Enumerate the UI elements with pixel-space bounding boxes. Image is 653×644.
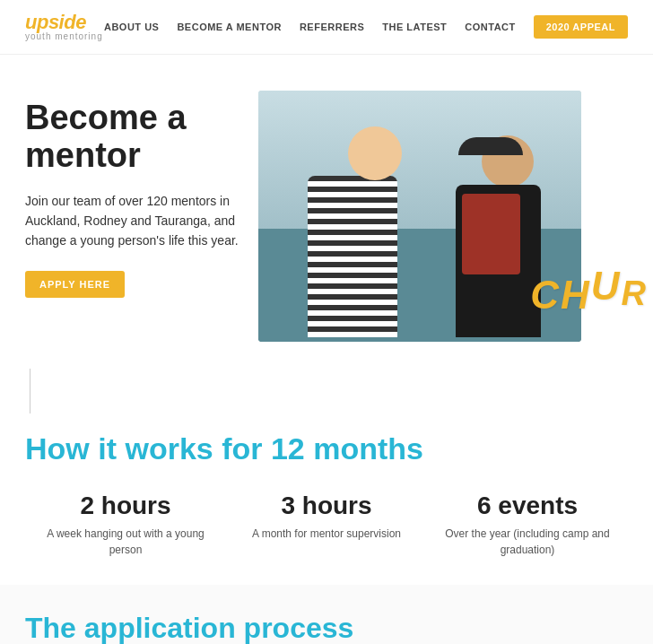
chur-h: H	[561, 275, 589, 315]
nav-become-mentor[interactable]: BECOME A MENTOR	[177, 22, 282, 32]
how-grid: 2 hours A week hanging out with a young …	[25, 492, 628, 558]
logo-subtitle: youth mentoring	[25, 32, 103, 41]
how-desc-1: A week hanging out with a young person	[34, 526, 217, 558]
nav-the-latest[interactable]: THE LATEST	[382, 22, 447, 32]
chur-c: C	[530, 275, 559, 315]
chur-u: U	[591, 266, 620, 306]
hero-title: Become a mentor	[25, 100, 240, 175]
how-number-1: 2 hours	[34, 492, 217, 520]
logo[interactable]: upside youth mentoring	[25, 13, 103, 41]
chur-r: R	[622, 276, 646, 310]
apply-here-button[interactable]: APPLY HERE	[25, 271, 125, 298]
logo-upside: upside	[25, 13, 103, 32]
hero-section: Become a mentor Join our team of over 12…	[0, 55, 653, 360]
nav-referrers[interactable]: REFERRERS	[300, 22, 364, 32]
hero-description: Join our team of over 120 mentors in Auc…	[25, 191, 240, 251]
how-desc-3: Over the year (including camp and gradua…	[436, 526, 619, 558]
hero-image-wrap: C H U R	[258, 91, 628, 342]
chur-overlay: C H U R	[530, 266, 646, 315]
vertical-line	[30, 369, 30, 413]
navigation: upside youth mentoring ABOUT US BECOME A…	[0, 0, 653, 55]
how-number-3: 6 events	[436, 492, 619, 520]
appeal-button[interactable]: 2020 APPEAL	[534, 15, 628, 39]
divider	[0, 369, 653, 413]
how-item-events: 6 events Over the year (including camp a…	[427, 492, 628, 558]
how-item-hours-3: 3 hours A month for mentor supervision	[226, 492, 427, 558]
application-section: The application process 1. Read this inf…	[0, 585, 653, 644]
how-item-hours-2: 2 hours A week hanging out with a young …	[25, 492, 226, 558]
how-desc-2: A month for mentor supervision	[235, 526, 418, 542]
how-number-2: 3 hours	[235, 492, 418, 520]
nav-contact[interactable]: CONTACT	[465, 22, 515, 32]
nav-about-us[interactable]: ABOUT US	[104, 22, 159, 32]
how-title: How it works for 12 months	[25, 431, 628, 466]
how-it-works-section: How it works for 12 months 2 hours A wee…	[0, 422, 653, 585]
nav-links: ABOUT US BECOME A MENTOR REFERRERS THE L…	[104, 15, 628, 39]
application-title: The application process	[25, 612, 628, 644]
hero-text: Become a mentor Join our team of over 12…	[25, 100, 258, 298]
